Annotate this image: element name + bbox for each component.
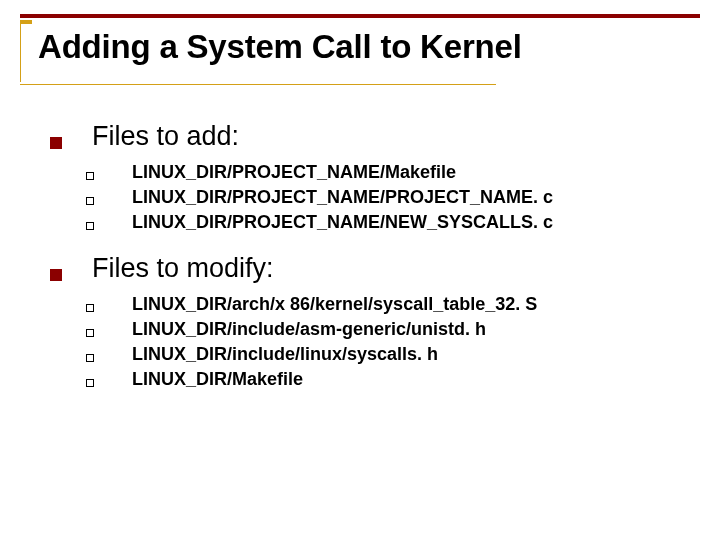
hollow-square-bullet-icon bbox=[86, 379, 94, 387]
bullet-level2: LINUX_DIR/Makefile bbox=[86, 369, 690, 390]
title-rule-red bbox=[20, 14, 700, 18]
bullet-level1: Files to add: bbox=[50, 121, 690, 152]
bullet-level2: LINUX_DIR/PROJECT_NAME/PROJECT_NAME. c bbox=[86, 187, 690, 208]
slide-title: Adding a System Call to Kernel bbox=[32, 20, 528, 82]
bullet-level2: LINUX_DIR/include/asm-generic/unistd. h bbox=[86, 319, 690, 340]
title-accent bbox=[20, 20, 32, 82]
hollow-square-bullet-icon bbox=[86, 329, 94, 337]
list-item: LINUX_DIR/include/asm-generic/unistd. h bbox=[132, 319, 486, 340]
title-row: Adding a System Call to Kernel bbox=[20, 20, 700, 82]
list-item: LINUX_DIR/arch/x 86/kernel/syscall_table… bbox=[132, 294, 537, 315]
bullet-level2: LINUX_DIR/PROJECT_NAME/NEW_SYSCALLS. c bbox=[86, 212, 690, 233]
section-heading: Files to add: bbox=[92, 121, 239, 152]
hollow-square-bullet-icon bbox=[86, 354, 94, 362]
square-bullet-icon bbox=[50, 269, 62, 281]
hollow-square-bullet-icon bbox=[86, 222, 94, 230]
square-bullet-icon bbox=[50, 137, 62, 149]
hollow-square-bullet-icon bbox=[86, 197, 94, 205]
hollow-square-bullet-icon bbox=[86, 172, 94, 180]
list-item: LINUX_DIR/PROJECT_NAME/Makefile bbox=[132, 162, 456, 183]
slide-body: Files to add: LINUX_DIR/PROJECT_NAME/Mak… bbox=[20, 85, 700, 390]
hollow-square-bullet-icon bbox=[86, 304, 94, 312]
bullet-level2: LINUX_DIR/arch/x 86/kernel/syscall_table… bbox=[86, 294, 690, 315]
list-item: LINUX_DIR/PROJECT_NAME/PROJECT_NAME. c bbox=[132, 187, 553, 208]
list-item: LINUX_DIR/PROJECT_NAME/NEW_SYSCALLS. c bbox=[132, 212, 553, 233]
slide: Adding a System Call to Kernel Files to … bbox=[0, 0, 720, 540]
bullet-level2: LINUX_DIR/include/linux/syscalls. h bbox=[86, 344, 690, 365]
list-item: LINUX_DIR/Makefile bbox=[132, 369, 303, 390]
bullet-level2: LINUX_DIR/PROJECT_NAME/Makefile bbox=[86, 162, 690, 183]
section-files-to-add: Files to add: LINUX_DIR/PROJECT_NAME/Mak… bbox=[50, 121, 690, 233]
list-item: LINUX_DIR/include/linux/syscalls. h bbox=[132, 344, 438, 365]
bullet-level1: Files to modify: bbox=[50, 253, 690, 284]
section-heading: Files to modify: bbox=[92, 253, 274, 284]
section-files-to-modify: Files to modify: LINUX_DIR/arch/x 86/ker… bbox=[50, 253, 690, 390]
